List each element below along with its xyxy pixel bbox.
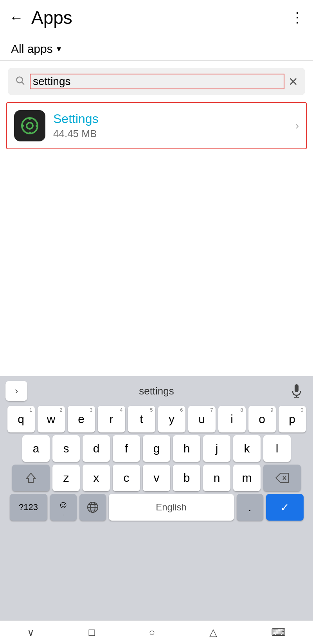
nav-down-icon[interactable]: ∨	[27, 626, 34, 639]
backspace-key[interactable]	[263, 465, 301, 491]
svg-point-2	[22, 118, 38, 134]
key-g[interactable]: g	[143, 435, 170, 462]
more-options-button[interactable]: ⋮	[290, 11, 304, 25]
app-icon	[14, 110, 45, 141]
key-i[interactable]: 8i	[218, 406, 246, 432]
enter-key[interactable]: ✓	[266, 494, 304, 521]
nav-circle-icon[interactable]: ○	[149, 626, 155, 639]
dropdown-arrow-icon[interactable]: ▾	[57, 44, 61, 54]
keyboard-mic-button[interactable]	[286, 381, 308, 401]
svg-point-6	[22, 125, 24, 127]
key-p[interactable]: 0p	[279, 406, 306, 432]
filter-label[interactable]: All apps	[11, 42, 53, 56]
svg-point-3	[27, 123, 33, 129]
key-z[interactable]: z	[52, 465, 80, 491]
svg-point-4	[29, 118, 31, 120]
nav-triangle-icon[interactable]: △	[209, 626, 217, 639]
key-m[interactable]: m	[233, 465, 261, 491]
key-row-4: ?123 ☺, English . ✓	[2, 494, 311, 521]
key-c[interactable]: c	[113, 465, 140, 491]
search-bar: settings ✕	[8, 68, 305, 95]
keyboard-top-bar: › settings	[0, 376, 313, 404]
svg-rect-8	[295, 384, 299, 392]
keyboard-suggestion[interactable]: settings	[27, 385, 286, 397]
key-s[interactable]: s	[52, 435, 80, 462]
key-d[interactable]: d	[83, 435, 110, 462]
key-row-1: 1q 2w 3e 4r 5t 6y 7u 8i 9o 0p	[2, 406, 311, 432]
nav-keyboard-icon[interactable]: ⌨	[271, 626, 286, 639]
app-info: Settings 44.45 MB	[53, 112, 291, 140]
key-row-3: z x c v b n m	[2, 465, 311, 491]
key-q[interactable]: 1q	[7, 406, 35, 432]
keyboard-rows: 1q 2w 3e 4r 5t 6y 7u 8i 9o 0p a s d f g …	[0, 404, 313, 526]
app-name: Settings	[53, 112, 291, 126]
back-button[interactable]: ←	[9, 11, 23, 25]
key-l[interactable]: l	[263, 435, 291, 462]
app-size: 44.45 MB	[53, 128, 291, 140]
svg-point-5	[29, 132, 31, 134]
top-bar: ← Apps ⋮	[0, 0, 313, 35]
key-y[interactable]: 6y	[158, 406, 185, 432]
key-w[interactable]: 2w	[38, 406, 65, 432]
nav-square-icon[interactable]: □	[88, 626, 95, 639]
space-key[interactable]: English	[109, 494, 234, 521]
svg-point-7	[36, 125, 38, 127]
num-key[interactable]: ?123	[10, 494, 47, 521]
emoji-key[interactable]: ☺,	[50, 494, 77, 521]
key-j[interactable]: j	[203, 435, 230, 462]
key-row-2: a s d f g h j k l	[2, 435, 311, 462]
key-r[interactable]: 4r	[98, 406, 125, 432]
period-key[interactable]: .	[237, 494, 263, 521]
globe-key[interactable]	[79, 494, 106, 521]
key-h[interactable]: h	[173, 435, 200, 462]
key-t[interactable]: 5t	[128, 406, 155, 432]
app-list-item[interactable]: Settings 44.45 MB ›	[6, 102, 307, 149]
key-o[interactable]: 9o	[248, 406, 276, 432]
key-e[interactable]: 3e	[68, 406, 95, 432]
page-title: Apps	[31, 7, 290, 28]
svg-line-1	[22, 82, 24, 84]
key-k[interactable]: k	[233, 435, 261, 462]
key-b[interactable]: b	[173, 465, 200, 491]
key-x[interactable]: x	[83, 465, 110, 491]
divider	[0, 60, 313, 61]
search-icon	[15, 75, 25, 88]
filter-row: All apps ▾	[0, 35, 313, 60]
chevron-right-icon: ›	[295, 119, 299, 132]
svg-point-0	[16, 77, 22, 83]
search-input[interactable]: settings	[30, 74, 284, 89]
search-clear-button[interactable]: ✕	[288, 75, 298, 89]
key-u[interactable]: 7u	[188, 406, 216, 432]
svg-marker-11	[26, 473, 36, 483]
nav-bar: ∨ □ ○ △ ⌨	[0, 620, 313, 644]
key-a[interactable]: a	[22, 435, 50, 462]
key-v[interactable]: v	[143, 465, 170, 491]
keyboard-arrow-button[interactable]: ›	[5, 381, 27, 401]
key-n[interactable]: n	[203, 465, 230, 491]
key-f[interactable]: f	[113, 435, 140, 462]
shift-key[interactable]	[12, 465, 50, 491]
keyboard: › settings 1q 2w 3e 4r 5t 6y 7u 8i 9o 0p	[0, 376, 313, 620]
